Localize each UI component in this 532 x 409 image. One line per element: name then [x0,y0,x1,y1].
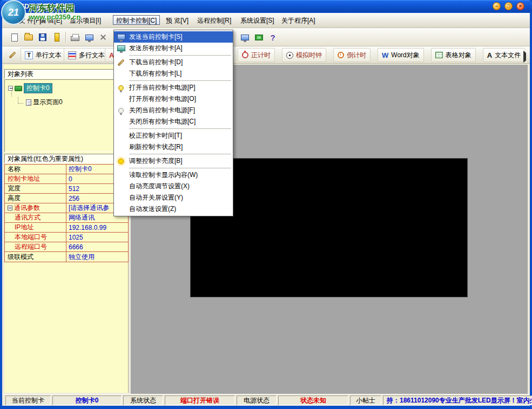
monitor-icon [85,35,93,40]
collapse-icon[interactable] [8,206,12,210]
draw-button[interactable] [5,48,19,62]
status-tip-label: 小帖士 [350,396,381,405]
property-value[interactable]: 6666 [66,243,128,251]
pencil-icon [9,52,16,59]
multi-line-text-button[interactable]: 多行文本 [64,48,109,62]
property-name: 高度 [5,194,66,203]
menu-control-card[interactable]: 控制卡控制[C] [113,15,160,25]
save-button[interactable] [36,30,50,44]
power-on-bulb-icon [118,85,124,91]
menu-bar: 文 件[F] 编 辑[E] 显示项目[I] 控制卡控制[C] 预 览[V] 远程… [2,13,530,28]
menu-item-power-off-all[interactable]: 关闭所有控制卡电源[C] [114,116,233,127]
menu-about[interactable]: 关于程序[A] [279,16,318,25]
menu-item-calibrate-time[interactable]: 校正控制卡时间[T] [114,130,233,141]
watermark-site-name: 河东软件园 [29,3,80,14]
watermark-site-url: www.pc0359.cn [29,13,80,22]
multi-text-icon [68,51,76,59]
property-row: 通讯方式 网络通讯 [5,213,128,223]
screen-button[interactable] [238,30,252,44]
property-row: 远程端口号 6666 [5,242,128,252]
new-file-button[interactable] [8,30,22,44]
export-button[interactable] [50,30,64,44]
property-name: 通讯方式 [5,213,66,222]
new-file-icon [11,33,18,42]
tree-node-label[interactable]: 控制卡0 [24,83,52,93]
table-object-button[interactable]: 表格对象 [431,48,476,62]
count-down-timer-icon [338,52,344,58]
property-value[interactable]: 独立使用 [66,253,128,262]
word-object-button[interactable]: W Word对象 [378,48,424,62]
left-panel: 对象列表 控制卡0 显示页面0 对象属性(红色为重要属性) 名称 控制卡0 控制… [4,65,129,393]
preview-button[interactable] [82,30,96,44]
save-icon [39,33,46,41]
cut-icon [99,33,107,41]
help-button[interactable]: ? [266,30,280,44]
tree-node-control-card[interactable]: 控制卡0 [8,83,128,93]
cut-button[interactable] [96,30,110,44]
menu-item-send-all[interactable]: 发送所有控制卡[A] [114,43,233,54]
analog-clock-button[interactable]: 模拟时钟 [282,48,326,62]
menu-item-power-off-current[interactable]: 关闭当前控制卡电源[F] [114,105,233,116]
menu-item-auto-power-schedule[interactable]: 自动开关屏设置(Y) [114,192,233,203]
menu-remote[interactable]: 远程控制[R] [194,16,234,25]
menu-separator [114,153,233,155]
analog-clock-icon [286,52,293,59]
close-button[interactable]: × [516,2,524,10]
collapse-expander-icon[interactable] [8,86,13,91]
menu-item-refresh-status[interactable]: 刷新控制卡状态[R] [114,141,233,153]
menu-item-read-content[interactable]: 读取控制卡显示内容(W) [114,169,233,181]
count-up-button[interactable]: 正计时 [238,48,275,62]
status-current-card-value: 控制卡0 [52,396,122,405]
tree-node-display-page[interactable]: 显示页面0 [18,98,128,107]
print-button[interactable] [68,30,82,44]
property-name: 宽度 [5,184,66,193]
menu-item-download-all[interactable]: 下载所有控制卡[L] [114,68,233,79]
export-icon [55,33,59,42]
property-name: 通讯参数 [5,203,66,213]
object-tree: 控制卡0 显示页面0 [4,79,129,152]
single-line-text-button[interactable]: T 单行文本 [21,48,66,62]
toolbar-overflow-icon[interactable] [523,53,526,60]
card-button[interactable] [252,30,266,44]
minimize-button[interactable]: – [493,2,501,10]
print-icon [71,36,79,41]
menu-item-power-on-current[interactable]: 打开当前控制卡电源[P] [114,82,233,93]
property-value[interactable]: 1025 [66,234,128,241]
menu-item-power-on-all[interactable]: 打开所有控制卡电源[O] [114,93,233,105]
property-name: 本地端口号 [5,233,66,242]
menu-item-auto-send[interactable]: 自动发送设置(Z) [114,203,233,215]
menu-system[interactable]: 系统设置[S] [238,16,277,25]
text-file-button[interactable]: A 文本文件 [483,48,525,62]
menu-preview[interactable]: 预 览[V] [163,16,191,25]
single-text-icon: T [25,51,33,59]
property-grid: 名称 控制卡0 控制卡地址 0 宽度 512 高度 256 通讯参数 [请选择通… [4,164,129,262]
object-toolbar-right: 正计时 模拟时钟 倒计时 W Word对象 表格对象 A 文本文件 [238,48,525,62]
open-button[interactable] [22,30,36,44]
toolbar-separator [65,32,66,43]
status-bar: 当前控制卡 控制卡0 系统状态 端口打开错误 电源状态 状态未知 小帖士 持：1… [2,394,530,406]
status-tip-message: 持：18611012090专业生产批发LED显示屏！室内外单双 [383,396,532,405]
power-off-bulb-icon [118,108,124,113]
text-file-icon: A [487,51,492,59]
menu-item-send-current[interactable]: 发送当前控制卡[S] [114,31,233,43]
menu-separator [114,79,233,82]
property-name: 名称 [5,165,66,174]
property-name: 远程端口号 [5,242,66,251]
object-toolbar: T 单行文本 多行文本 A 正计时 模拟时钟 倒计时 W Word对象 表格对象 [2,46,530,64]
menu-item-adjust-brightness[interactable]: 调整控制卡亮度[B] [114,155,233,167]
control-card-menu: 发送当前控制卡[S] 发送所有控制卡[A] 下载当前控制卡[D] 下载所有控制卡… [113,30,233,216]
property-row: 本地端口号 1025 [5,233,128,242]
help-icon: ? [270,33,275,42]
send-all-screens-icon [117,45,125,51]
maximize-button[interactable]: □ [504,2,513,10]
tree-node-label[interactable]: 显示页面0 [33,98,63,107]
property-value[interactable]: 192.168.0.99 [66,224,128,231]
property-row: 级联模式 独立使用 [5,252,128,262]
property-row: 通讯参数 [请选择通讯参 [5,203,128,213]
menu-item-auto-brightness[interactable]: 自动亮度调节设置(X) [114,181,233,192]
word-icon: W [382,51,388,59]
property-name: 控制卡地址 [5,174,66,183]
count-down-button[interactable]: 倒计时 [333,48,371,62]
menu-item-download-current[interactable]: 下载当前控制卡[D] [114,57,233,68]
property-row: 宽度 512 [5,184,128,194]
